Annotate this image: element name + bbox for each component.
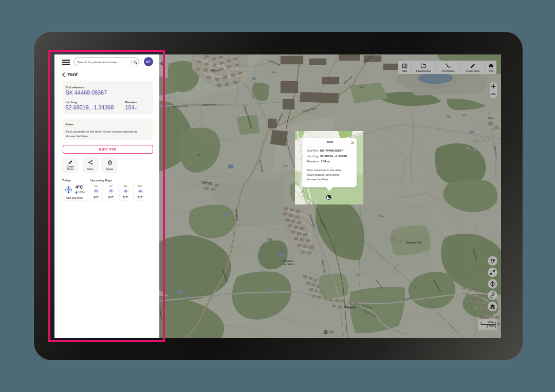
svg-text:Grid Ref: SK 44468 09367: Grid Ref: SK 44468 09367 — [307, 149, 343, 152]
svg-text:Lat, long: 52.68019, -1.34368: Lat, long: 52.68019, -1.34368 — [307, 155, 347, 158]
svg-text:Tent: Tent — [326, 140, 333, 143]
svg-text:shower facilities.: shower facilities. — [307, 178, 329, 181]
svg-text:Elevation: 154 m: Elevation: 154 m — [307, 160, 330, 163]
svg-text:Quiet location and great: Quiet location and great — [307, 173, 340, 176]
svg-text:Best campsite in the area.: Best campsite in the area. — [307, 169, 343, 172]
